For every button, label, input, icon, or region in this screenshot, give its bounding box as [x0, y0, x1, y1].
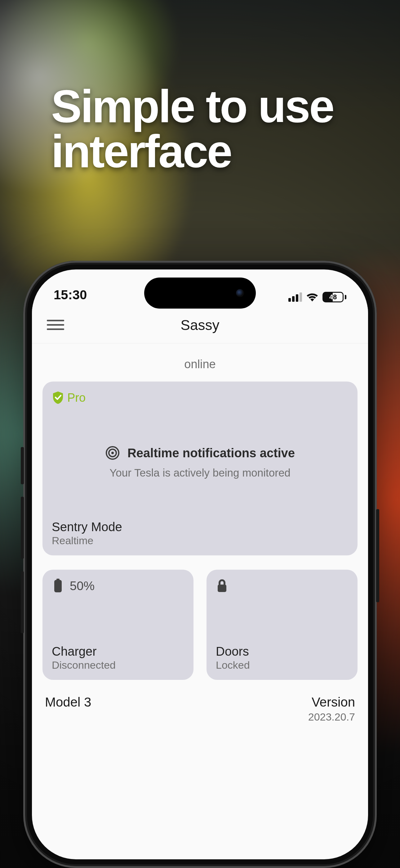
- battery-percent: 48: [329, 293, 337, 301]
- sentry-card[interactable]: Pro Realtime notifications active: [42, 381, 358, 555]
- app-title: Sassy: [180, 317, 219, 333]
- lock-icon: [216, 578, 228, 593]
- svg-rect-5: [218, 585, 226, 592]
- cellular-signal-icon: [288, 292, 302, 302]
- doors-card-title: Doors: [216, 645, 348, 658]
- sentry-card-subtitle: Realtime: [52, 535, 348, 547]
- dynamic-island: [144, 278, 256, 309]
- pro-badge-label: Pro: [67, 391, 86, 404]
- charger-card-title: Charger: [52, 645, 184, 658]
- battery-icon: [52, 578, 64, 593]
- charger-card-subtitle: Disconnected: [52, 659, 184, 671]
- marketing-headline: Simple to use interface: [51, 84, 333, 174]
- phone-side-button: [21, 447, 24, 484]
- sentry-card-headline: Realtime notifications active: [128, 446, 295, 460]
- phone-frame: 15:30 48 S: [23, 261, 377, 868]
- shield-check-icon: [52, 391, 64, 404]
- phone-side-button: [21, 497, 24, 559]
- headline-line1: Simple to use: [51, 84, 333, 129]
- headline-line2: interface: [51, 129, 333, 174]
- pro-badge: Pro: [52, 391, 348, 404]
- app-header: Sassy: [32, 307, 368, 343]
- version-value: 2023.20.7: [308, 711, 355, 723]
- doors-card[interactable]: Doors Locked: [206, 570, 358, 680]
- phone-screen: 15:30 48 S: [32, 270, 368, 859]
- vehicle-model: Model 3: [45, 695, 91, 710]
- charger-card[interactable]: 50% Charger Disconnected: [42, 570, 194, 680]
- broadcast-icon: [105, 445, 120, 460]
- svg-point-2: [111, 452, 114, 454]
- wifi-icon: [306, 293, 318, 302]
- doors-card-subtitle: Locked: [216, 659, 348, 671]
- phone-side-button: [376, 509, 379, 602]
- status-time: 15:30: [54, 287, 87, 302]
- vehicle-meta: Model 3 Version 2023.20.7: [42, 680, 358, 723]
- charger-battery-percent: 50%: [70, 579, 95, 593]
- content-area: online Pro: [32, 343, 368, 859]
- battery-indicator: 48: [323, 292, 346, 302]
- hamburger-menu-icon[interactable]: [47, 316, 64, 334]
- version-label: Version: [308, 695, 355, 710]
- sentry-card-subtext: Your Tesla is actively being monitored: [109, 467, 291, 479]
- svg-rect-4: [54, 580, 62, 592]
- connection-status: online: [42, 349, 358, 381]
- phone-side-button: [21, 571, 24, 633]
- sentry-card-title: Sentry Mode: [52, 520, 348, 534]
